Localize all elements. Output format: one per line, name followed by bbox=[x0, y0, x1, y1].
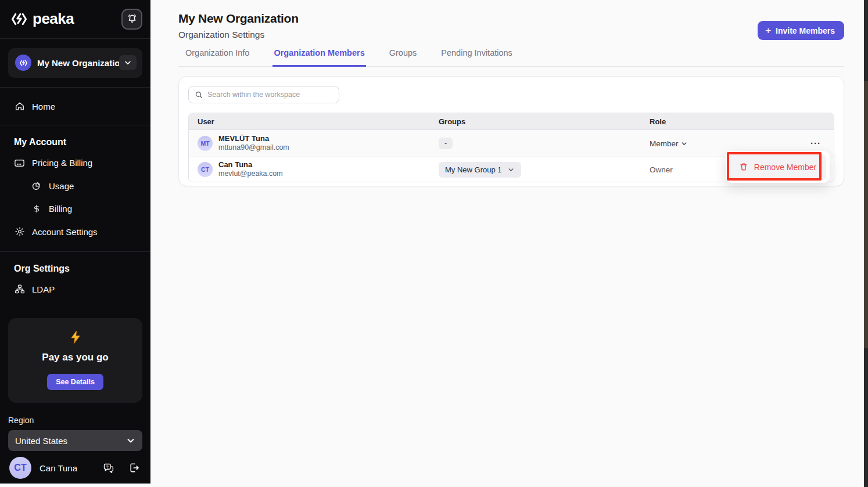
remove-member-label: Remove Member bbox=[754, 163, 816, 172]
sidebar-item-label: LDAP bbox=[32, 284, 55, 294]
page-title: My New Organization bbox=[178, 12, 299, 26]
pie-chart-icon bbox=[31, 181, 42, 191]
sidebar-item-home[interactable]: Home bbox=[0, 91, 150, 121]
sidebar-nav: Home My Account Pricing & Billing Usage bbox=[0, 88, 150, 301]
user-cell: CT Can Tuna mevlut@peaka.com bbox=[198, 160, 439, 178]
row-context-menu: Remove Member bbox=[726, 151, 830, 183]
column-header-groups: Groups bbox=[439, 117, 650, 126]
sidebar-bottom-strip bbox=[0, 484, 150, 487]
member-avatar: CT bbox=[198, 162, 213, 177]
region-value: United States bbox=[15, 436, 67, 446]
group-name: My New Group 1 bbox=[445, 165, 502, 174]
org-switcher[interactable]: My New Organization bbox=[8, 48, 142, 78]
member-email: mevlut@peaka.com bbox=[218, 169, 283, 179]
scrollbar-thumb[interactable] bbox=[864, 81, 868, 348]
payg-title: Pay as you go bbox=[16, 352, 134, 363]
member-avatar: MT bbox=[198, 136, 213, 151]
tab-organization-info[interactable]: Organization Info bbox=[184, 48, 250, 66]
credit-card-icon bbox=[14, 157, 25, 168]
trash-icon bbox=[739, 162, 748, 172]
region-block: Region United States bbox=[8, 416, 142, 451]
org-avatar bbox=[15, 55, 31, 71]
org-switcher-chevron-button[interactable] bbox=[119, 55, 137, 70]
workspace-search[interactable] bbox=[188, 86, 339, 103]
user-avatar: CT bbox=[9, 457, 31, 479]
notification-bell-button[interactable] bbox=[121, 9, 142, 30]
home-icon bbox=[14, 101, 25, 111]
invite-members-label: Invite Members bbox=[776, 26, 835, 35]
row-actions-menu-icon[interactable]: ··· bbox=[810, 142, 821, 145]
groups-cell: - bbox=[439, 138, 650, 149]
logout-icon[interactable] bbox=[128, 462, 140, 474]
sidebar-item-billing[interactable]: Billing bbox=[0, 197, 150, 220]
sidebar-item-ldap[interactable]: LDAP bbox=[0, 277, 150, 301]
peaka-logo: peaka bbox=[10, 10, 74, 28]
region-select[interactable]: United States bbox=[8, 430, 142, 451]
sidebar-user-row: CT Can Tuna ? bbox=[0, 451, 150, 487]
sidebar-item-account-settings[interactable]: Account Settings bbox=[0, 220, 150, 243]
member-name: MEVLÜT Tuna bbox=[218, 134, 289, 143]
sidebar-item-pricing-billing[interactable]: Pricing & Billing bbox=[0, 151, 150, 175]
role-value: Member bbox=[650, 139, 679, 148]
app-window: peaka My New Organization bbox=[0, 0, 868, 487]
page-subtitle: Organization Settings bbox=[178, 30, 299, 40]
role-value: Owner bbox=[650, 165, 673, 174]
chevron-down-icon bbox=[126, 436, 135, 445]
gear-icon bbox=[14, 226, 25, 237]
see-details-button[interactable]: See Details bbox=[47, 374, 103, 390]
invite-members-button[interactable]: + Invite Members bbox=[758, 21, 844, 40]
pay-as-you-go-card: Pay as you go See Details bbox=[8, 318, 142, 403]
sidebar-item-label: Usage bbox=[49, 181, 74, 191]
sidebar-section-my-account: My Account bbox=[0, 125, 150, 151]
help-chat-icon[interactable]: ? bbox=[102, 462, 114, 474]
table-header: User Groups Role bbox=[189, 113, 834, 130]
remove-member-button[interactable]: Remove Member bbox=[729, 154, 826, 179]
region-label: Region bbox=[8, 416, 142, 425]
tab-organization-members[interactable]: Organization Members bbox=[272, 48, 365, 67]
peaka-logo-icon bbox=[10, 10, 28, 28]
sidebar-section-org-settings: Org Settings bbox=[0, 252, 150, 277]
search-input[interactable] bbox=[207, 91, 333, 99]
lightning-icon bbox=[68, 330, 83, 345]
user-cell: MT MEVLÜT Tuna mttuna90@gmail.com bbox=[198, 134, 439, 152]
sidebar: peaka My New Organization bbox=[0, 0, 150, 487]
plus-icon: + bbox=[765, 26, 771, 35]
groups-empty-badge: - bbox=[439, 138, 453, 149]
dollar-icon bbox=[31, 204, 42, 214]
org-switcher-label: My New Organization bbox=[37, 58, 119, 68]
chevron-down-icon bbox=[507, 166, 515, 174]
main-header: My New Organization Organization Setting… bbox=[178, 12, 844, 40]
role-cell: Member ··· bbox=[650, 139, 834, 148]
main-content: My New Organization Organization Setting… bbox=[150, 0, 868, 487]
column-header-role: Role bbox=[650, 117, 834, 126]
org-chart-icon bbox=[14, 284, 25, 294]
tab-pending-invitations[interactable]: Pending Invitations bbox=[440, 48, 514, 66]
member-name: Can Tuna bbox=[218, 160, 283, 169]
bell-icon bbox=[127, 13, 138, 24]
role-dropdown[interactable]: Member bbox=[650, 139, 688, 148]
groups-cell: My New Group 1 bbox=[439, 162, 650, 178]
scrollbar[interactable] bbox=[864, 0, 868, 487]
column-header-user: User bbox=[198, 117, 439, 126]
chevron-down-icon bbox=[124, 59, 132, 67]
sidebar-item-label: Billing bbox=[49, 204, 72, 214]
search-icon bbox=[195, 91, 203, 99]
tab-groups[interactable]: Groups bbox=[388, 48, 418, 66]
group-dropdown[interactable]: My New Group 1 bbox=[439, 162, 521, 178]
sidebar-item-label: Home bbox=[32, 102, 55, 111]
svg-text:?: ? bbox=[106, 464, 108, 468]
sidebar-item-label: Pricing & Billing bbox=[32, 158, 92, 168]
sidebar-item-usage[interactable]: Usage bbox=[0, 175, 150, 197]
chevron-down-icon bbox=[680, 140, 688, 147]
settings-tabs: Organization Info Organization Members G… bbox=[178, 48, 844, 67]
sidebar-item-label: Account Settings bbox=[32, 227, 98, 237]
member-email: mttuna90@gmail.com bbox=[218, 143, 289, 153]
user-name: Can Tuna bbox=[40, 463, 102, 473]
sidebar-header: peaka bbox=[0, 0, 150, 39]
logo-wordmark: peaka bbox=[33, 10, 74, 28]
